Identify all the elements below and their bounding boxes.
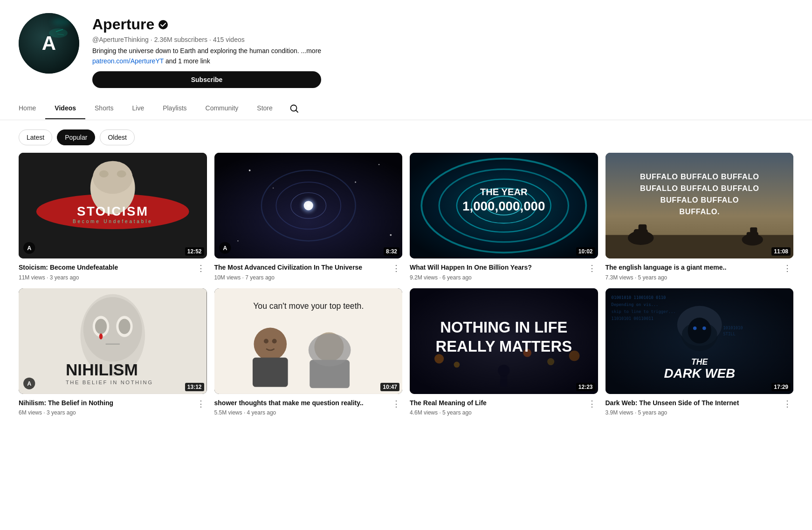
video-meta-3: The english language is a giant meme.. 7… — [606, 263, 794, 281]
channel-links: patreon.com/ApertureYT and 1 more link — [92, 57, 321, 65]
svg-text:Depending on vis...: Depending on vis... — [611, 302, 658, 306]
svg-point-79 — [547, 358, 554, 365]
channel-name: Aperture — [92, 16, 154, 33]
svg-text:STILL: STILL — [723, 331, 736, 336]
svg-point-97 — [702, 326, 706, 330]
thumbnail-2: THE YEAR 1,000,000,000 10:02 — [410, 153, 598, 258]
videos-grid: STOICISM Become Undefeatable A 12:52 Sto… — [0, 153, 812, 435]
svg-point-60 — [99, 333, 103, 340]
channel-nav: Home Videos Shorts Live Playlists Commun… — [0, 97, 812, 120]
channel-name-row: Aperture — [92, 16, 321, 33]
svg-point-77 — [454, 361, 460, 367]
video-meta-5: shower thoughts that make me question re… — [214, 399, 403, 416]
duration-3: 11:08 — [771, 247, 791, 256]
subscribe-button[interactable]: Subscribe — [92, 71, 321, 88]
video-meta-1: The Most Advanced Civilization In The Un… — [214, 263, 403, 281]
video-title-4: Nihilism: The Belief in Nothing — [19, 399, 191, 408]
extra-links-text: and 1 more link — [165, 57, 210, 65]
duration-6: 12:23 — [576, 383, 595, 391]
verified-icon — [158, 20, 168, 30]
more-options-6[interactable]: ⋮ — [586, 399, 598, 409]
channel-meta: @ApertureThinking · 2.36M subscribers · … — [92, 36, 321, 43]
svg-text:A: A — [27, 381, 31, 387]
tab-live[interactable]: Live — [123, 98, 153, 119]
video-card-7[interactable]: 01001010 11001010 0110 Depending on vis.… — [606, 288, 794, 416]
svg-text:01001010 11001010 0110: 01001010 11001010 0110 — [611, 295, 666, 299]
svg-point-55 — [83, 297, 142, 361]
svg-point-59 — [118, 319, 130, 334]
channel-search-button[interactable] — [286, 97, 303, 120]
tab-shorts[interactable]: Shorts — [85, 98, 123, 119]
duration-4: 13:12 — [185, 383, 204, 391]
svg-text:A: A — [42, 32, 56, 54]
svg-text:THE YEAR: THE YEAR — [480, 187, 528, 197]
svg-text:BUFFALO.: BUFFALO. — [679, 207, 720, 216]
svg-text:THE: THE — [691, 357, 709, 366]
video-card-5[interactable]: You can't move your top teeth. 10:47 sho… — [214, 288, 403, 416]
svg-point-12 — [117, 170, 126, 177]
duration-5: 10:47 — [380, 383, 399, 391]
subscriber-count: 2.36M subscribers — [154, 36, 207, 43]
filter-oldest[interactable]: Oldest — [100, 129, 134, 145]
more-options-3[interactable]: ⋮ — [781, 263, 793, 273]
more-options-5[interactable]: ⋮ — [390, 399, 402, 409]
thumbnail-1: A 8:32 — [214, 153, 403, 258]
svg-text:REALLY MATTERS: REALLY MATTERS — [436, 338, 572, 355]
video-title-2: What Will Happen In One Billion Years? — [410, 263, 582, 272]
tab-playlists[interactable]: Playlists — [153, 98, 196, 119]
video-title-0: Stoicism: Become Undefeatable — [19, 263, 191, 272]
channel-header: A Aperture @ApertureThinking · 2.36M sub… — [0, 0, 812, 97]
svg-point-24 — [378, 164, 379, 165]
video-card-3[interactable]: BUFFALO BUFFALO BUFFALO BUFALLO BUFFALO … — [606, 153, 794, 281]
filter-latest[interactable]: Latest — [19, 129, 52, 145]
video-meta-6: The Real Meaning of Life 4.6M views · 5 … — [410, 399, 598, 416]
svg-point-95 — [688, 318, 711, 343]
video-title-7: Dark Web: The Unseen Side of The Interne… — [606, 399, 778, 408]
svg-line-6 — [296, 110, 298, 113]
video-stats-4: 6M views · 3 years ago — [19, 409, 191, 416]
more-options-1[interactable]: ⋮ — [390, 263, 402, 273]
video-card-0[interactable]: STOICISM Become Undefeatable A 12:52 Sto… — [19, 153, 207, 281]
svg-text:BUFFALO BUFFALO: BUFFALO BUFFALO — [660, 196, 739, 204]
channel-info: Aperture @ApertureThinking · 2.36M subsc… — [92, 13, 321, 88]
channel-avatar: A — [19, 13, 79, 74]
svg-text:skip to line to trigger...: skip to line to trigger... — [611, 309, 675, 314]
svg-text:A: A — [223, 245, 227, 251]
tab-videos[interactable]: Videos — [45, 98, 85, 119]
video-stats-7: 3.9M views · 5 years ago — [606, 409, 778, 416]
svg-text:11010101 00110011: 11010101 00110011 — [611, 316, 653, 321]
video-count: 415 videos — [213, 36, 245, 43]
more-options-7[interactable]: ⋮ — [781, 399, 793, 409]
svg-text:Become Undefeatable: Become Undefeatable — [73, 219, 153, 224]
svg-point-11 — [99, 170, 109, 177]
more-options-0[interactable]: ⋮ — [195, 263, 207, 273]
duration-1: 8:32 — [384, 247, 399, 256]
video-card-2[interactable]: THE YEAR 1,000,000,000 10:02 What Will H… — [410, 153, 598, 281]
video-card-6[interactable]: NOTHING IN LIFE REALLY MATTERS 12:23 The… — [410, 288, 598, 416]
more-link[interactable]: ...more — [301, 47, 322, 54]
video-stats-2: 9.2M views · 6 years ago — [410, 274, 582, 281]
patreon-link[interactable]: patreon.com/ApertureYT — [92, 57, 164, 65]
filter-popular[interactable]: Popular — [57, 129, 95, 145]
svg-rect-69 — [252, 357, 288, 387]
svg-text:DARK WEB: DARK WEB — [664, 366, 735, 380]
svg-text:1,000,000,000: 1,000,000,000 — [462, 199, 545, 213]
video-card-4[interactable]: NIHILISM THE BELIEF IN NOTHING A 13:12 N… — [19, 288, 207, 416]
video-card-1[interactable]: A 8:32 The Most Advanced Civilization In… — [214, 153, 403, 281]
tab-community[interactable]: Community — [196, 98, 248, 119]
video-meta-7: Dark Web: The Unseen Side of The Interne… — [606, 399, 794, 416]
svg-point-25 — [237, 240, 239, 242]
tab-store[interactable]: Store — [248, 98, 282, 119]
duration-0: 12:52 — [185, 247, 204, 256]
svg-point-23 — [248, 170, 250, 171]
tab-home[interactable]: Home — [19, 98, 45, 119]
svg-point-22 — [303, 201, 313, 210]
svg-point-68 — [254, 327, 287, 360]
svg-text:THE BELIEF IN NOTHING: THE BELIEF IN NOTHING — [66, 379, 153, 385]
more-options-4[interactable]: ⋮ — [195, 399, 207, 409]
more-options-2[interactable]: ⋮ — [586, 263, 598, 273]
video-meta-4: Nihilism: The Belief in Nothing 6M views… — [19, 399, 207, 416]
svg-rect-48 — [750, 227, 757, 234]
filter-row: Latest Popular Oldest — [0, 120, 812, 153]
channel-handle: @ApertureThinking — [92, 36, 149, 43]
